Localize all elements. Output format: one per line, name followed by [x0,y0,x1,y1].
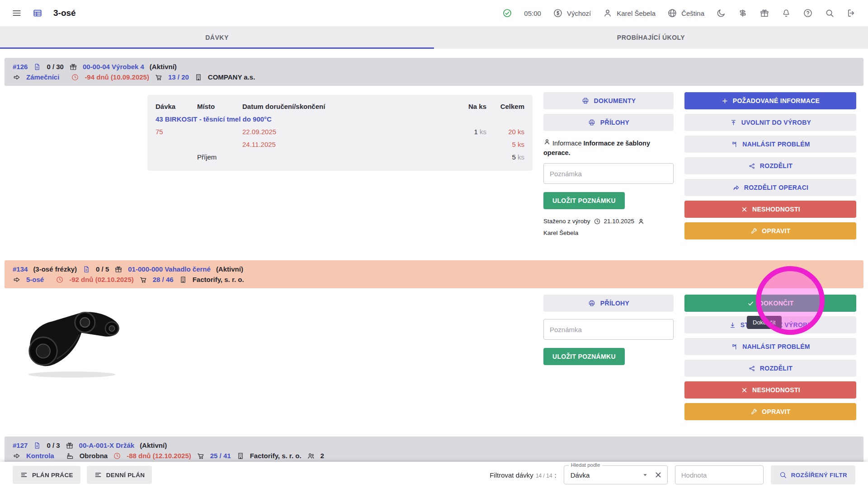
currency-icon [553,8,563,18]
app-grid-icon [33,8,42,18]
product-link[interactable]: 00-00-04 Výrobek 4 [83,63,144,70]
batch-id-link[interactable]: #127 [13,441,28,449]
operation-link[interactable]: Zámečníci [26,73,59,81]
help-icon[interactable] [803,8,813,18]
attachments-button[interactable]: PŘÍLOHY [543,114,674,131]
filter-value-input[interactable] [675,465,764,484]
batch-header: #126 0 / 30 00-00-04 Výrobek 4 (Aktivní)… [5,58,863,86]
product-icon [114,265,123,273]
bottom-toolbar: PLÁN PRÁCE DENNÍ PLÁN Filtrovat dávky 14… [0,462,868,488]
chevron-down-icon[interactable] [640,470,650,480]
table-row: Příjem 5 ks [156,151,524,164]
save-note-button[interactable]: ULOŽIT POZNÁMKU [543,348,625,365]
note-column: PŘÍLOHY ULOŽIT POZNÁMKU [543,291,674,420]
status-label: (Aktivní) [216,265,243,273]
route-arrow-icon [13,73,21,81]
dokoncit-button[interactable]: DOKONČIT [684,295,856,312]
nahlasit-problem-button[interactable]: NAHLÁSIT PROBLÉM [684,338,856,355]
cart-icon [197,452,205,460]
action-column: POŽADOVANÉ INFORMACE UVOLNIT DO VÝROBY N… [684,89,856,239]
documents-button[interactable]: DOKUMENTY [543,92,674,109]
search-by-label: Hledat podle [569,462,603,468]
user-icon [637,218,645,225]
product-link[interactable]: 01-000-000 Vahadlo černé [128,265,211,273]
attachments-button[interactable]: PŘÍLOHY [543,295,674,312]
batch-id-link[interactable]: #126 [13,63,28,70]
table-row: 24.11.2025 5 ks [156,138,524,151]
nahlasit-problem-button[interactable]: NAHLÁSIT PROBLÉM [684,136,856,153]
factory-icon [66,452,74,460]
search-icon[interactable] [825,8,835,18]
logout-icon[interactable] [846,8,856,18]
material-link[interactable]: 43 BIRKOSIT - těsnící tmel do 900°C [156,113,524,126]
product-link[interactable]: 00-A-001-X Držák [79,441,135,449]
document-icon[interactable] [33,441,41,450]
pozadovane-informace-button[interactable]: POŽADOVANÉ INFORMACE [684,92,856,109]
document-icon[interactable] [33,63,41,71]
note-input[interactable] [543,319,674,340]
operation-info: Informace Informace ze šablony operace. [543,138,674,158]
cart-count-link[interactable]: 13 / 20 [168,73,189,81]
plan-prace-button[interactable]: PLÁN PRÁCE [13,466,80,484]
opravit-button[interactable]: OPRAVIT [684,222,856,239]
due-date: -88 dnů (12.10.2025) [127,452,191,460]
notifications-bell-icon[interactable] [781,8,791,18]
company-icon [236,452,245,460]
tab-bar: DÁVKY PROBÍHAJÍCÍ ÚKOLY [0,26,868,49]
batch-id-link[interactable]: #134 [13,265,28,273]
language-menu[interactable]: Čeština [667,8,704,18]
rozdelit-button[interactable]: ROZDĚLIT [684,157,856,174]
document-icon[interactable] [82,265,90,273]
operation-link[interactable]: 5-osé [26,276,44,283]
batch-header: #127 0 / 3 00-A-001-X Držák (Aktivní) Ko… [5,436,863,465]
denni-plan-button[interactable]: DENNÍ PLÁN [87,466,152,484]
gift-icon[interactable] [760,8,769,18]
col-naks: Na ks [432,100,486,113]
product-image-slot [7,89,137,239]
rozdelit-operaci-button[interactable]: ROZDĚLIT OPERACI [684,179,856,196]
dark-mode-moon-icon[interactable] [716,8,726,18]
batch-card-126: #126 0 / 30 00-00-04 Výrobek 4 (Aktivní)… [0,58,868,251]
search-by-select[interactable]: Hledat podle Dávka [564,465,668,484]
printer-icon [588,118,596,127]
tab-davky[interactable]: DÁVKY [0,26,434,49]
tab-probihajici-ukoly[interactable]: PROBÍHAJÍCÍ ÚKOLY [434,26,868,49]
cart-count-link[interactable]: 25 / 41 [210,452,231,460]
product-icon [66,441,74,450]
col-datum: Datum doručení/skončení [242,100,432,113]
neshodnosti-button[interactable]: NESHODNOSTI [684,201,856,218]
time-display: 05:00 [524,9,541,17]
opravit-button[interactable]: OPRAVIT [684,403,856,420]
cart-icon [155,73,163,81]
col-celkem: Celkem [486,100,524,113]
clock-icon [56,276,64,284]
save-note-button[interactable]: ULOŽIT POZNÁMKU [543,192,625,209]
clear-filter-icon[interactable] [654,470,663,479]
active-tab-indicator [0,47,434,49]
machine-group: (3-osé frézky) [33,265,77,273]
list-icon [20,471,28,479]
search-by-value: Dávka [571,471,590,479]
batch-card-127: #127 0 / 3 00-A-001-X Držák (Aktivní) Ko… [0,436,868,465]
note-input[interactable] [543,163,674,184]
neshodnosti-button[interactable]: NESHODNOSTI [684,381,856,399]
operation-link[interactable]: Kontrola [26,452,54,460]
advanced-filter-button[interactable]: ROZŠÍŘENÝ FILTR [771,465,855,484]
material-table: Dávka Místo Datum doručení/skončení Na k… [147,95,533,171]
cart-count-link[interactable]: 28 / 46 [153,276,174,283]
menu-icon[interactable] [12,8,22,18]
cart-icon [139,276,147,284]
status-check-icon[interactable] [502,8,512,18]
rozdelit-button[interactable]: ROZDĚLIT [684,360,856,377]
clock-icon [594,218,601,225]
route-arrow-icon [13,452,21,460]
due-date: -92 dnů (02.10.2025) [69,276,134,283]
action-column: DOKONČIT STÁHNOUT Z VÝROBY NAHLÁSIT PROB… [684,291,856,420]
app-page: 3-osé 05:00 Výchozí Karel Šebela Čeština… [0,0,868,488]
uvolnit-do-vyroby-button[interactable]: UVOLNIT DO VÝROBY [684,114,856,131]
progress-count: 0 / 5 [96,265,109,273]
currency-profile[interactable]: Výchozí [553,8,591,18]
product-icon [69,63,77,71]
user-menu[interactable]: Karel Šebela [603,8,656,18]
signpost-icon[interactable] [738,8,748,18]
